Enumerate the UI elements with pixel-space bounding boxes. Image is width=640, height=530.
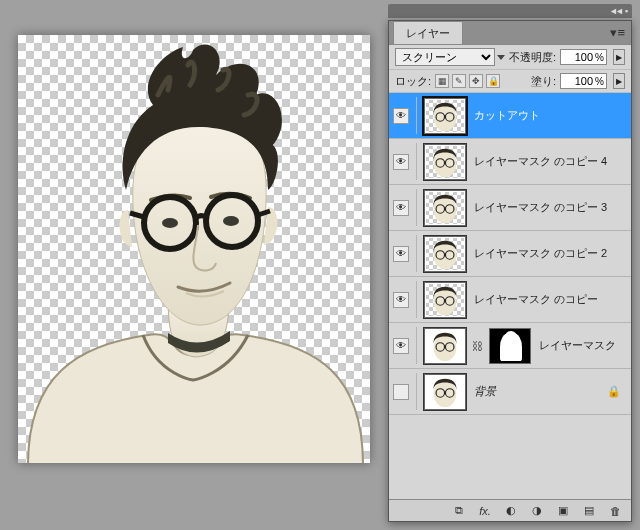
blend-mode-select[interactable]: スクリーン	[395, 48, 495, 66]
separator	[416, 327, 417, 364]
separator	[416, 373, 417, 410]
mask-thumbnail[interactable]	[489, 328, 531, 364]
canvas[interactable]	[18, 35, 370, 463]
layers-list: 👁カットアウト👁レイヤーマスク のコピー 4👁レイヤーマスク のコピー 3👁レイ…	[389, 93, 631, 499]
visibility-toggle-icon[interactable]: 👁	[393, 246, 409, 262]
adjustment-layer-icon[interactable]: ◑	[529, 504, 545, 517]
dropdown-icon	[497, 55, 505, 60]
visibility-toggle-icon[interactable]: 👁	[393, 154, 409, 170]
visibility-toggle-icon[interactable]: 👁	[393, 108, 409, 124]
layer-thumbnail[interactable]	[424, 190, 466, 226]
separator	[416, 281, 417, 318]
layers-panel: レイヤー ▾≡ スクリーン 不透明度: % ▶ ロック: ▦ ✎ ✥ 🔒 塗り:…	[388, 20, 632, 522]
lock-label: ロック:	[395, 74, 431, 89]
visibility-toggle-icon[interactable]	[393, 384, 409, 400]
layer-name[interactable]: カットアウト	[472, 108, 627, 123]
lock-fill-row: ロック: ▦ ✎ ✥ 🔒 塗り: % ▶	[389, 70, 631, 93]
layer-thumbnail[interactable]	[424, 328, 466, 364]
lock-indicator-icon: 🔒	[607, 385, 627, 398]
visibility-toggle-icon[interactable]: 👁	[393, 338, 409, 354]
visibility-toggle-icon[interactable]: 👁	[393, 292, 409, 308]
panel-menu-icon[interactable]: ▾≡	[604, 21, 631, 44]
layer-name[interactable]: レイヤーマスク のコピー	[472, 292, 627, 307]
fill-flyout-button[interactable]: ▶	[613, 73, 625, 89]
opacity-input-wrap[interactable]: %	[560, 49, 607, 65]
panel-menu-dot-icon: ▪	[625, 6, 628, 16]
layer-name[interactable]: レイヤーマスク のコピー 2	[472, 246, 627, 261]
lock-pixels-icon[interactable]: ✎	[452, 74, 466, 88]
layer-row[interactable]: 👁⛓レイヤーマスク	[389, 323, 631, 369]
layer-name[interactable]: 背景	[472, 384, 601, 399]
layer-row[interactable]: 👁レイヤーマスク のコピー 4	[389, 139, 631, 185]
layer-name[interactable]: レイヤーマスク	[537, 338, 627, 353]
opacity-input[interactable]	[561, 51, 595, 63]
fx-icon[interactable]: fx.	[477, 505, 493, 517]
layer-row[interactable]: 👁レイヤーマスク のコピー 2	[389, 231, 631, 277]
lock-transparency-icon[interactable]: ▦	[435, 74, 449, 88]
layer-name[interactable]: レイヤーマスク のコピー 3	[472, 200, 627, 215]
panel-footer: ⧉ fx. ◐ ◑ ▣ ▤ 🗑	[389, 499, 631, 521]
lock-all-icon[interactable]: 🔒	[486, 74, 500, 88]
link-mask-icon[interactable]: ⛓	[472, 340, 483, 352]
svg-point-2	[162, 218, 178, 228]
canvas-image	[18, 35, 370, 463]
fill-label: 塗り:	[531, 74, 556, 89]
separator	[416, 97, 417, 134]
separator	[416, 143, 417, 180]
layer-row[interactable]: 👁レイヤーマスク のコピー	[389, 277, 631, 323]
group-icon[interactable]: ▣	[555, 504, 571, 517]
trash-icon[interactable]: 🗑	[607, 505, 623, 517]
tab-layers[interactable]: レイヤー	[393, 21, 463, 44]
opacity-flyout-button[interactable]: ▶	[613, 49, 625, 65]
separator	[416, 189, 417, 226]
layer-thumbnail[interactable]	[424, 374, 466, 410]
layer-row[interactable]: 👁レイヤーマスク のコピー 3	[389, 185, 631, 231]
layer-row[interactable]: 背景🔒	[389, 369, 631, 415]
separator	[416, 235, 417, 272]
add-mask-icon[interactable]: ◐	[503, 504, 519, 517]
layer-thumbnail[interactable]	[424, 144, 466, 180]
layer-thumbnail[interactable]	[424, 282, 466, 318]
layer-thumbnail[interactable]	[424, 236, 466, 272]
link-layers-icon[interactable]: ⧉	[451, 504, 467, 517]
panel-collapse-bar[interactable]: ◄◄ ▪	[388, 4, 632, 18]
layer-row[interactable]: 👁カットアウト	[389, 93, 631, 139]
fill-input-wrap[interactable]: %	[560, 73, 607, 89]
new-layer-icon[interactable]: ▤	[581, 504, 597, 517]
svg-point-3	[223, 216, 239, 226]
opacity-label: 不透明度:	[509, 50, 556, 65]
lock-buttons: ▦ ✎ ✥ 🔒	[435, 74, 500, 88]
blend-opacity-row: スクリーン 不透明度: % ▶	[389, 45, 631, 70]
panel-tabbar: レイヤー ▾≡	[389, 21, 631, 45]
lock-position-icon[interactable]: ✥	[469, 74, 483, 88]
layer-name[interactable]: レイヤーマスク のコピー 4	[472, 154, 627, 169]
fill-input[interactable]	[561, 75, 595, 87]
visibility-toggle-icon[interactable]: 👁	[393, 200, 409, 216]
collapse-arrows-icon: ◄◄	[609, 6, 621, 16]
layer-thumbnail[interactable]	[424, 98, 466, 134]
